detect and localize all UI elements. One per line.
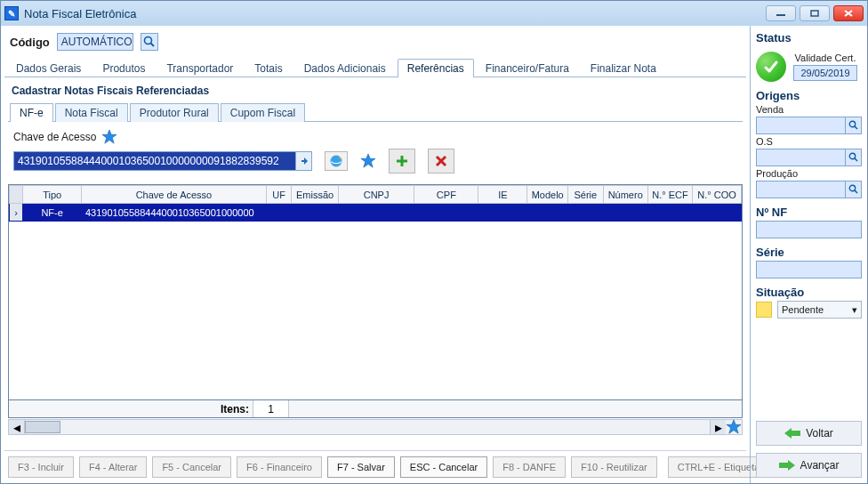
references-grid[interactable]: TipoChave de AcessoUFEmissãoCNPJCPFIEMod…: [8, 184, 743, 400]
scroll-right-button[interactable]: ▸: [710, 420, 726, 434]
fn-f10-reutilizar: F10 - Reutilizar: [571, 456, 657, 478]
grid-header[interactable]: N.° COO: [693, 186, 742, 204]
back-button[interactable]: Voltar: [756, 421, 862, 446]
svg-point-14: [849, 121, 855, 126]
globe-e-icon: [329, 154, 343, 168]
svg-line-17: [855, 158, 857, 161]
svg-point-4: [144, 37, 151, 44]
svg-marker-20: [784, 428, 800, 439]
tab-dados-gerais[interactable]: Dados Gerais: [6, 59, 91, 77]
grid-header[interactable]: Número: [603, 186, 647, 204]
dropdown-arrow-icon: [299, 156, 309, 166]
chave-dropdown-button[interactable]: [295, 152, 311, 170]
grid-header[interactable]: Chave de Acesso: [81, 186, 266, 204]
tab-transportador[interactable]: Transportador: [157, 59, 243, 77]
nf-input[interactable]: [756, 221, 862, 238]
grid-header[interactable]: Modelo: [527, 186, 568, 204]
codigo-input[interactable]: AUTOMÁTICO: [57, 33, 133, 51]
section-title: Cadastrar Notas Fiscais Referenciadas: [8, 83, 743, 102]
scroll-thumb[interactable]: [25, 421, 60, 433]
table-cell[interactable]: [693, 204, 742, 222]
situacao-title: Situação: [756, 286, 862, 299]
main-tabs: Dados Gerais Produtos Transportador Tota…: [4, 58, 746, 77]
grid-header[interactable]: Série: [568, 186, 603, 204]
origens-os-label: O.S: [756, 136, 862, 147]
scroll-track[interactable]: [25, 420, 710, 434]
itens-summary: Itens: 1: [8, 400, 743, 418]
table-row[interactable]: ›NF-e4319010558844400010365001000000: [10, 204, 742, 222]
origens-producao-input[interactable]: [756, 181, 862, 198]
sub-tabs: NF-e Nota Fiscal Produtor Rural Cupom Fi…: [8, 102, 743, 122]
star-icon: [360, 153, 376, 169]
table-cell[interactable]: [338, 204, 414, 222]
grid-header[interactable]: N.° ECF: [647, 186, 692, 204]
grid-header[interactable]: Tipo: [23, 186, 82, 204]
status-title: Status: [756, 31, 862, 44]
tab-produtos[interactable]: Produtos: [92, 59, 155, 77]
close-button[interactable]: [833, 5, 864, 21]
maximize-button[interactable]: [800, 5, 830, 21]
origens-venda-input[interactable]: [756, 117, 862, 134]
subtab-cupom-fiscal[interactable]: Cupom Fiscal: [221, 103, 305, 122]
svg-rect-1: [811, 11, 818, 16]
table-cell[interactable]: NF-e: [23, 204, 82, 222]
chave-input[interactable]: [13, 151, 312, 171]
fn-f6-financeiro: F6 - Financeiro: [237, 456, 322, 478]
arrow-right-icon: [779, 460, 795, 471]
codigo-label: Código: [10, 36, 50, 49]
subtab-nfe[interactable]: NF-e: [10, 103, 53, 122]
table-cell[interactable]: [292, 204, 339, 222]
svg-line-3: [845, 11, 852, 16]
serie-input[interactable]: [756, 261, 862, 278]
grid-header[interactable]: Emissão: [292, 186, 339, 204]
grid-hscrollbar[interactable]: ◂ ▸: [8, 419, 743, 435]
grid-header[interactable]: CNPJ: [338, 186, 414, 204]
tab-referencias[interactable]: Referências: [398, 59, 474, 77]
subtab-produtor-rural[interactable]: Produtor Rural: [130, 103, 219, 122]
scroll-left-button[interactable]: ◂: [9, 420, 25, 434]
table-cell[interactable]: 4319010558844400010365001000000: [81, 204, 266, 222]
remove-reference-button[interactable]: [428, 149, 454, 173]
table-cell[interactable]: [568, 204, 603, 222]
next-button[interactable]: Avançar: [756, 453, 862, 478]
grid-header[interactable]: IE: [478, 186, 527, 204]
tab-dados-adicionais[interactable]: Dados Adicionais: [294, 59, 396, 77]
cert-ok-icon: [756, 52, 786, 82]
table-cell[interactable]: [647, 204, 692, 222]
star-icon: [726, 419, 742, 435]
tab-finalizar[interactable]: Finalizar Nota: [581, 59, 666, 77]
check-icon: [762, 58, 780, 76]
chevron-down-icon: ▾: [852, 304, 857, 316]
tab-totais[interactable]: Totais: [245, 59, 292, 77]
fn-f7-salvar[interactable]: F7 - Salvar: [327, 456, 395, 478]
grid-header[interactable]: CPF: [414, 186, 478, 204]
fn-esc-cancelar[interactable]: ESC - Cancelar: [400, 456, 487, 478]
table-cell[interactable]: [478, 204, 527, 222]
table-cell[interactable]: [603, 204, 647, 222]
codigo-search-button[interactable]: [141, 33, 158, 51]
star-icon: [101, 129, 117, 145]
svg-point-16: [849, 153, 855, 158]
minimize-button[interactable]: [766, 5, 796, 21]
subtab-nota-fiscal[interactable]: Nota Fiscal: [55, 103, 128, 122]
table-cell[interactable]: [527, 204, 568, 222]
cert-date[interactable]: 29/05/2019: [793, 65, 857, 81]
arrow-left-icon: [784, 428, 800, 439]
chave-input-field[interactable]: [14, 152, 295, 170]
itens-label: Itens:: [9, 400, 253, 417]
add-reference-button[interactable]: [389, 149, 415, 173]
origens-os-input[interactable]: [756, 149, 862, 166]
fn-f3-incluir: F3 - Incluir: [8, 456, 74, 478]
grid-header[interactable]: UF: [266, 186, 291, 204]
table-cell[interactable]: [414, 204, 478, 222]
cert-label: Validade Cert.: [793, 52, 857, 63]
tab-financeiro[interactable]: Financeiro/Fatura: [476, 59, 579, 77]
situacao-value: Pendente: [782, 304, 824, 315]
browser-lookup-button[interactable]: [325, 151, 348, 171]
origens-title: Origens: [756, 89, 862, 102]
app-icon: ✎: [4, 6, 19, 20]
svg-marker-13: [727, 420, 741, 433]
table-cell[interactable]: [266, 204, 291, 222]
situacao-select[interactable]: Pendente ▾: [777, 301, 862, 319]
fn-f5-cancelar: F5 - Cancelar: [152, 456, 231, 478]
